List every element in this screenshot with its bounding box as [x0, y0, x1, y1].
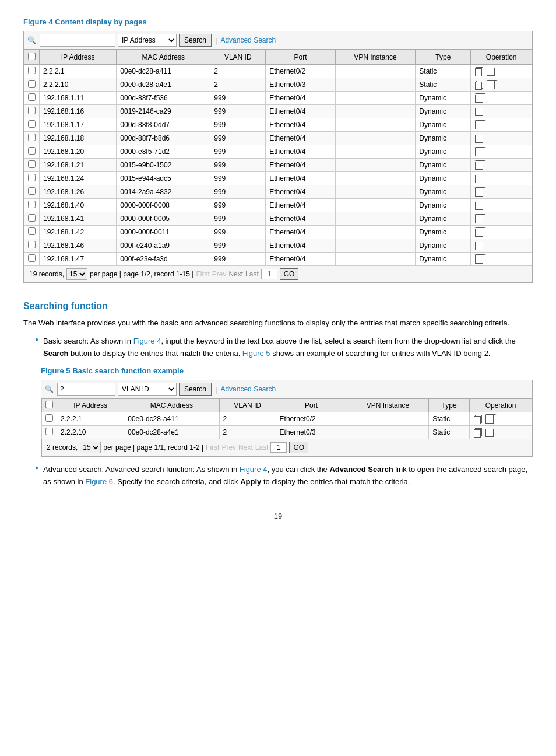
select-all-checkbox[interactable] — [28, 52, 36, 60]
cell-mac: 00e0-dc28-a411 — [124, 412, 219, 426]
cell-vpn — [335, 118, 416, 132]
cell-mac: 0000-000f-0011 — [117, 226, 210, 239]
cell-vpn — [335, 92, 416, 105]
fig5-records-count: 2 records, — [47, 443, 78, 452]
copy-icon[interactable] — [473, 428, 483, 437]
row-checkbox[interactable] — [28, 187, 36, 195]
delete-icon[interactable] — [474, 187, 483, 197]
delete-icon[interactable] — [474, 120, 483, 130]
cell-mac: 000d-88f7-b8d6 — [117, 132, 210, 145]
delete-icon[interactable] — [474, 147, 483, 156]
cell-op — [471, 212, 532, 226]
fig5-per-page-select[interactable]: 152550 — [80, 442, 101, 453]
figure5-search-ui: 🔍 VLAN ID IP Address MAC Address Search … — [41, 380, 533, 457]
row-checkbox[interactable] — [28, 66, 36, 74]
delete-icon[interactable] — [485, 414, 493, 424]
delete-icon[interactable] — [486, 66, 494, 76]
copy-icon[interactable] — [474, 80, 484, 89]
cell-vlan: 2 — [210, 78, 266, 92]
row-checkbox[interactable] — [28, 80, 36, 88]
fig5-select-all[interactable] — [45, 401, 53, 408]
figure5-advanced-link[interactable]: Advanced Search — [220, 385, 276, 393]
row-checkbox[interactable] — [28, 160, 36, 168]
figure4-ref-link2[interactable]: Figure 4 — [240, 465, 268, 474]
cell-vlan: 999 — [210, 253, 266, 266]
delete-icon[interactable] — [486, 80, 494, 89]
row-checkbox[interactable] — [28, 228, 36, 235]
cell-vpn — [335, 253, 416, 266]
figure4-title: Figure 4 Content display by pages — [23, 18, 533, 26]
row-checkbox[interactable] — [28, 174, 36, 181]
figure4-ref-link[interactable]: Figure 4 — [133, 337, 161, 345]
prev-link[interactable]: Prev — [212, 270, 227, 278]
figure4-advanced-link[interactable]: Advanced Search — [220, 36, 276, 44]
fig5-next-link[interactable]: Next — [238, 443, 253, 452]
figure4-search-input[interactable] — [40, 34, 115, 47]
cell-type: Static — [429, 412, 470, 426]
cell-ip: 192.168.1.42 — [40, 226, 117, 239]
fig5-page-input[interactable] — [270, 442, 287, 453]
figure4-search-button[interactable]: Search — [179, 34, 212, 47]
cell-port: Ethernet0/4 — [266, 132, 336, 145]
fig5-first-link[interactable]: First — [206, 443, 219, 452]
first-link[interactable]: First — [196, 270, 209, 278]
cell-op — [471, 78, 532, 92]
figure5-ref-link[interactable]: Figure 5 — [242, 349, 270, 358]
separator2: | — [215, 385, 217, 394]
row-checkbox[interactable] — [28, 120, 36, 128]
row-checkbox[interactable] — [28, 147, 36, 155]
delete-icon[interactable] — [474, 214, 483, 223]
cell-vpn — [335, 145, 416, 159]
table-row: 2.2.2.10 00e0-dc28-a4e1 2 Ethernet0/3 St… — [24, 78, 532, 92]
figure4-dropdown[interactable]: IP Address MAC Address VLAN ID — [118, 34, 177, 47]
next-link[interactable]: Next — [228, 270, 243, 278]
fig5-go-button[interactable]: GO — [289, 442, 308, 453]
row-checkbox[interactable] — [28, 254, 36, 262]
cell-type: Dynamic — [416, 145, 471, 159]
row-checkbox[interactable] — [28, 201, 36, 208]
cell-ip: 192.168.1.24 — [40, 172, 117, 186]
last-link[interactable]: Last — [245, 270, 259, 278]
figure5-search-input[interactable] — [57, 383, 115, 396]
cell-vpn — [335, 172, 416, 186]
row-checkbox[interactable] — [45, 428, 53, 435]
per-page-select[interactable]: 152550 — [66, 268, 87, 280]
delete-icon[interactable] — [474, 254, 483, 264]
delete-icon[interactable] — [474, 241, 483, 250]
figure5-pagination: 2 records, 152550 per page | page 1/1, r… — [41, 439, 532, 456]
table-row: 192.168.1.26 0014-2a9a-4832 999 Ethernet… — [24, 186, 532, 199]
row-checkbox[interactable] — [28, 134, 36, 141]
figure6-ref-link[interactable]: Figure 6 — [85, 477, 113, 486]
copy-icon[interactable] — [474, 66, 484, 76]
fig5-prev-link[interactable]: Prev — [221, 443, 236, 452]
row-checkbox-cell — [24, 239, 40, 253]
col-header-vlan: VLAN ID — [210, 50, 266, 65]
page-input[interactable] — [261, 269, 277, 279]
figure5-dropdown[interactable]: VLAN ID IP Address MAC Address — [118, 383, 177, 396]
cell-port: Ethernet0/4 — [266, 226, 336, 239]
section-heading: Searching function — [23, 301, 533, 312]
delete-icon[interactable] — [474, 228, 483, 237]
cell-ip: 192.168.1.16 — [40, 105, 117, 118]
row-checkbox[interactable] — [28, 241, 36, 249]
cell-port: Ethernet0/4 — [266, 212, 336, 226]
row-checkbox[interactable] — [28, 107, 36, 114]
copy-icon[interactable] — [473, 414, 483, 424]
delete-icon[interactable] — [474, 107, 483, 116]
cell-vpn — [335, 239, 416, 253]
row-checkbox[interactable] — [45, 414, 53, 422]
delete-icon[interactable] — [474, 93, 483, 103]
table-row: 192.168.1.46 000f-e240-a1a9 999 Ethernet… — [24, 239, 532, 253]
search-bold: Search — [43, 349, 68, 358]
figure5-search-button[interactable]: Search — [179, 383, 212, 396]
delete-icon[interactable] — [474, 134, 483, 143]
table-row: 192.168.1.40 0000-000f-0008 999 Ethernet… — [24, 199, 532, 212]
delete-icon[interactable] — [474, 160, 483, 170]
go-button[interactable]: GO — [280, 268, 299, 280]
delete-icon[interactable] — [474, 201, 483, 210]
delete-icon[interactable] — [474, 174, 483, 183]
row-checkbox[interactable] — [28, 93, 36, 101]
delete-icon[interactable] — [485, 428, 493, 437]
row-checkbox[interactable] — [28, 214, 36, 222]
fig5-last-link[interactable]: Last — [255, 443, 269, 452]
